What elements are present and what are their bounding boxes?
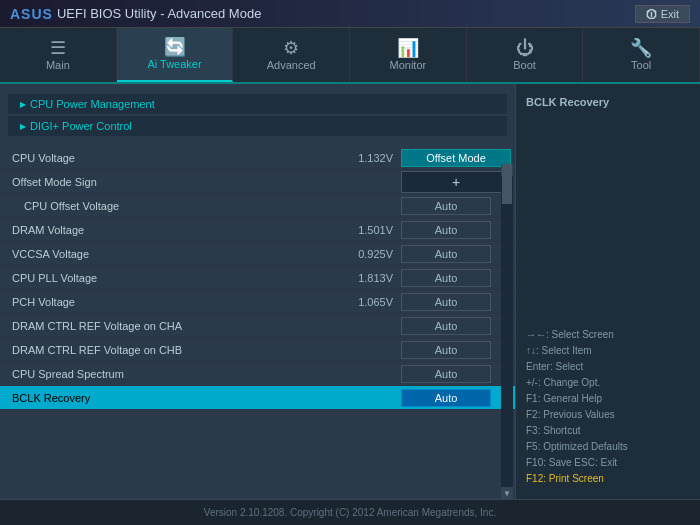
cpu-pll-auto-btn[interactable]: Auto — [401, 269, 491, 287]
tab-tool-label: Tool — [631, 59, 651, 71]
right-panel: BCLK Recovery →←: Select Screen ↑↓: Sele… — [515, 84, 700, 499]
setting-dram-voltage: DRAM Voltage 1.501V Auto — [0, 218, 515, 242]
shortcut-select-screen: →←: Select Screen — [526, 327, 690, 343]
tab-main[interactable]: ☰ Main — [0, 28, 117, 82]
setting-cpu-voltage: CPU Voltage 1.132V Offset Mode — [0, 146, 515, 170]
shortcut-enter: Enter: Select — [526, 359, 690, 375]
main-content: CPU Power Management DIGI+ Power Control… — [0, 84, 700, 499]
header: ASUS UEFI BIOS Utility - Advanced Mode ⏼… — [0, 0, 700, 28]
bclk-recovery-auto-btn[interactable]: Auto — [401, 389, 491, 407]
shortcut-select-item: ↑↓: Select Item — [526, 343, 690, 359]
dram-ctrl-cha-label: DRAM CTRL REF Voltage on CHA — [4, 320, 321, 332]
shortcut-f2: F2: Previous Values — [526, 407, 690, 423]
vccsa-auto-btn[interactable]: Auto — [401, 245, 491, 263]
ai-tweaker-icon: 🔄 — [164, 38, 186, 56]
tab-ai-tweaker[interactable]: 🔄 Ai Tweaker — [117, 28, 234, 82]
setting-offset-mode-sign: Offset Mode Sign + — [0, 170, 515, 194]
shortcut-f3: F3: Shortcut — [526, 423, 690, 439]
dram-ctrl-chb-label: DRAM CTRL REF Voltage on CHB — [4, 344, 321, 356]
setting-pch-voltage: PCH Voltage 1.065V Auto — [0, 290, 515, 314]
cpu-pll-voltage-label: CPU PLL Voltage — [4, 272, 321, 284]
plus-btn[interactable]: + — [401, 171, 511, 193]
tab-ai-tweaker-label: Ai Tweaker — [147, 58, 201, 70]
cpu-power-label: CPU Power Management — [30, 98, 155, 110]
bclk-recovery-label: BCLK Recovery — [4, 392, 321, 404]
cpu-spread-auto-btn[interactable]: Auto — [401, 365, 491, 383]
asus-logo: ASUS — [10, 6, 53, 22]
exit-button[interactable]: ⏼ Exit — [635, 5, 690, 23]
cpu-spread-spectrum-control[interactable]: Auto — [401, 365, 511, 383]
setting-dram-ctrl-chb: DRAM CTRL REF Voltage on CHB Auto — [0, 338, 515, 362]
cpu-offset-voltage-control[interactable]: Auto — [401, 197, 511, 215]
footer-text: Version 2.10.1208. Copyright (C) 2012 Am… — [204, 507, 496, 518]
monitor-icon: 📊 — [397, 39, 419, 57]
cpu-power-section[interactable]: CPU Power Management — [8, 94, 507, 114]
exit-label: Exit — [661, 8, 679, 20]
scroll-thumb[interactable] — [502, 164, 512, 204]
cpu-voltage-value: 1.132V — [321, 152, 401, 164]
vccsa-voltage-control[interactable]: Auto — [401, 245, 511, 263]
cpu-offset-auto-btn[interactable]: Auto — [401, 197, 491, 215]
shortcut-f10: F10: Save ESC: Exit — [526, 455, 690, 471]
help-title: BCLK Recovery — [526, 96, 690, 108]
setting-vccsa-voltage: VCCSA Voltage 0.925V Auto — [0, 242, 515, 266]
shortcut-change-opt: +/-: Change Opt. — [526, 375, 690, 391]
shortcut-f12: F12: Print Screen — [526, 471, 690, 487]
scroll-down-arrow[interactable]: ▼ — [501, 487, 513, 499]
brand-name: ASUS — [10, 6, 53, 22]
shortcuts-panel: →←: Select Screen ↑↓: Select Item Enter:… — [526, 327, 690, 487]
cpu-voltage-control[interactable]: Offset Mode — [401, 149, 511, 167]
dram-ctrl-chb-auto-btn[interactable]: Auto — [401, 341, 491, 359]
tab-tool[interactable]: 🔧 Tool — [583, 28, 700, 82]
left-panel: CPU Power Management DIGI+ Power Control… — [0, 84, 515, 499]
digi-power-section[interactable]: DIGI+ Power Control — [8, 116, 507, 136]
main-icon: ☰ — [50, 39, 66, 57]
dram-ctrl-cha-control[interactable]: Auto — [401, 317, 511, 335]
setting-cpu-pll-voltage: CPU PLL Voltage 1.813V Auto — [0, 266, 515, 290]
dram-voltage-control[interactable]: Auto — [401, 221, 511, 239]
dram-auto-btn[interactable]: Auto — [401, 221, 491, 239]
setting-cpu-spread-spectrum: CPU Spread Spectrum Auto — [0, 362, 515, 386]
tab-boot[interactable]: ⏻ Boot — [467, 28, 584, 82]
cpu-offset-voltage-label: CPU Offset Voltage — [4, 200, 321, 212]
setting-bclk-recovery: BCLK Recovery Auto — [0, 386, 515, 410]
shortcut-f5: F5: Optimized Defaults — [526, 439, 690, 455]
cpu-pll-voltage-value: 1.813V — [321, 272, 401, 284]
tab-advanced-label: Advanced — [267, 59, 316, 71]
tab-boot-label: Boot — [513, 59, 536, 71]
tab-main-label: Main — [46, 59, 70, 71]
tab-monitor-label: Monitor — [390, 59, 427, 71]
offset-mode-btn[interactable]: Offset Mode — [401, 149, 511, 167]
vccsa-voltage-value: 0.925V — [321, 248, 401, 260]
tab-advanced[interactable]: ⚙ Advanced — [233, 28, 350, 82]
tool-icon: 🔧 — [630, 39, 652, 57]
exit-icon: ⏼ — [646, 8, 657, 20]
pch-voltage-label: PCH Voltage — [4, 296, 321, 308]
cpu-pll-voltage-control[interactable]: Auto — [401, 269, 511, 287]
boot-icon: ⏻ — [516, 39, 534, 57]
advanced-icon: ⚙ — [283, 39, 299, 57]
dram-voltage-label: DRAM Voltage — [4, 224, 321, 236]
dram-voltage-value: 1.501V — [321, 224, 401, 236]
dram-ctrl-cha-auto-btn[interactable]: Auto — [401, 317, 491, 335]
shortcut-f1: F1: General Help — [526, 391, 690, 407]
cpu-spread-spectrum-label: CPU Spread Spectrum — [4, 368, 321, 380]
pch-voltage-control[interactable]: Auto — [401, 293, 511, 311]
footer: Version 2.10.1208. Copyright (C) 2012 Am… — [0, 499, 700, 525]
bios-title: UEFI BIOS Utility - Advanced Mode — [57, 6, 261, 21]
vccsa-voltage-label: VCCSA Voltage — [4, 248, 321, 260]
pch-auto-btn[interactable]: Auto — [401, 293, 491, 311]
bclk-recovery-control[interactable]: Auto — [401, 389, 511, 407]
tab-monitor[interactable]: 📊 Monitor — [350, 28, 467, 82]
offset-mode-sign-label: Offset Mode Sign — [4, 176, 321, 188]
scrollbar-track: ▲ ▼ — [501, 164, 513, 499]
offset-mode-sign-control[interactable]: + — [401, 171, 511, 193]
digi-power-label: DIGI+ Power Control — [30, 120, 132, 132]
cpu-voltage-label: CPU Voltage — [4, 152, 321, 164]
setting-cpu-offset-voltage: CPU Offset Voltage Auto — [0, 194, 515, 218]
pch-voltage-value: 1.065V — [321, 296, 401, 308]
dram-ctrl-chb-control[interactable]: Auto — [401, 341, 511, 359]
nav-tabs: ☰ Main 🔄 Ai Tweaker ⚙ Advanced 📊 Monitor… — [0, 28, 700, 84]
setting-dram-ctrl-cha: DRAM CTRL REF Voltage on CHA Auto — [0, 314, 515, 338]
